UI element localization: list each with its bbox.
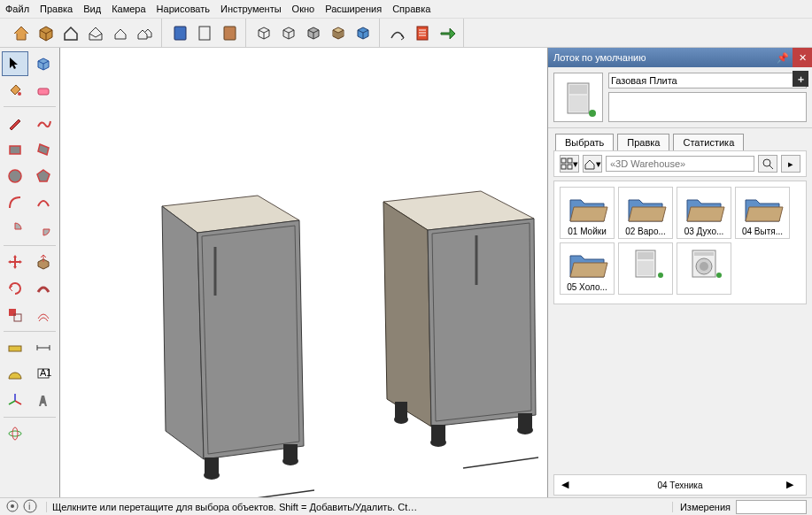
menu-tools[interactable]: Инструменты	[220, 4, 282, 14]
expand-icon[interactable]: ＋	[793, 71, 808, 87]
svg-line-46	[769, 165, 773, 169]
circle-tool[interactable]	[2, 164, 28, 188]
svg-text:A1: A1	[40, 367, 51, 378]
box-gold-icon[interactable]	[35, 22, 57, 43]
protractor-tool[interactable]	[2, 362, 28, 387]
3d-viewport[interactable]: ➤	[60, 48, 548, 497]
home-icon[interactable]: ▾	[583, 155, 602, 173]
menu-file[interactable]: Файл	[5, 4, 29, 14]
svg-point-7	[18, 92, 21, 96]
curve-arrow-icon[interactable]	[387, 22, 408, 43]
cube-light-icon[interactable]	[278, 22, 299, 43]
cube-blue-icon[interactable]	[352, 22, 374, 43]
dimension-tool[interactable]	[30, 335, 57, 360]
svg-rect-54	[694, 252, 714, 256]
folder-icon	[562, 189, 612, 227]
component-desc-input[interactable]	[608, 92, 807, 122]
folder-label: 04 Вытя...	[737, 227, 788, 236]
move-tool[interactable]	[2, 250, 28, 274]
menu-help[interactable]: Справка	[392, 4, 430, 14]
search-input[interactable]	[606, 156, 754, 172]
book-blue-icon[interactable]	[169, 22, 190, 43]
pencil-tool[interactable]	[2, 111, 28, 135]
folder-item[interactable]: 03 Духо...	[677, 187, 731, 239]
folder-item[interactable]: 05 Холо...	[560, 242, 615, 295]
3dtext-tool[interactable]	[30, 388, 57, 413]
rotated-rect-tool[interactable]	[30, 137, 57, 162]
folder-item[interactable]	[677, 242, 731, 295]
details-icon[interactable]: ▸	[781, 155, 800, 173]
pie-tool[interactable]	[2, 217, 28, 242]
rectangle-tool[interactable]	[2, 137, 28, 162]
house-roof-icon[interactable]	[11, 22, 32, 43]
axes-tool[interactable]	[2, 388, 28, 413]
svg-rect-43	[561, 165, 566, 169]
select-tool[interactable]	[2, 51, 28, 76]
search-icon[interactable]	[758, 155, 777, 173]
text-tool[interactable]: A1	[30, 362, 57, 387]
house-open-icon[interactable]	[85, 22, 106, 43]
view-mode-icon[interactable]: ▾	[560, 155, 579, 173]
folder-label: 03 Духо...	[678, 227, 730, 236]
folder-icon	[738, 189, 787, 227]
tab-edit[interactable]: Правка	[617, 134, 669, 150]
pie2-tool[interactable]	[30, 217, 57, 242]
arc-tool[interactable]	[2, 190, 28, 215]
scale-tool[interactable]	[2, 303, 28, 327]
folder-item[interactable]: 01 Мойки	[560, 187, 615, 239]
component-thumbnail[interactable]	[553, 73, 603, 122]
folder-nav: ◀ 04 Техника ▶	[553, 474, 807, 496]
folder-item[interactable]: 02 Варо...	[618, 187, 673, 239]
folder-label: 02 Варо...	[620, 227, 671, 236]
tool-palette: A1	[0, 48, 60, 497]
cube-med-icon[interactable]	[303, 22, 324, 43]
menu-extensions[interactable]: Расширения	[325, 4, 382, 14]
eraser-tool[interactable]	[30, 78, 57, 103]
paint-bucket-tool[interactable]	[2, 78, 28, 103]
arc2-tool[interactable]	[30, 190, 57, 215]
measure-label: Измерения	[672, 502, 731, 512]
pushpull-tool[interactable]	[30, 250, 57, 274]
orbit-tool[interactable]	[2, 421, 28, 446]
nav-next-icon[interactable]: ▶	[786, 479, 799, 491]
red-page-icon[interactable]	[412, 22, 433, 43]
cube-outline-icon[interactable]	[253, 22, 275, 43]
info-icon[interactable]: i	[23, 499, 37, 515]
house-outline-icon[interactable]	[60, 22, 81, 43]
pin-icon[interactable]: 📌	[773, 48, 793, 67]
followme-tool[interactable]	[30, 276, 57, 301]
folder-item[interactable]	[618, 242, 673, 295]
geolocation-icon[interactable]	[5, 499, 19, 515]
house-pair-icon[interactable]	[135, 22, 156, 43]
menu-camera[interactable]: Камера	[112, 4, 145, 14]
offset-tool[interactable]	[30, 303, 57, 327]
page-icon[interactable]	[194, 22, 215, 43]
svg-rect-39	[569, 96, 587, 111]
menu-draw[interactable]: Нарисовать	[157, 4, 210, 14]
close-icon[interactable]: ✕	[793, 48, 812, 67]
house-small-icon[interactable]	[110, 22, 131, 43]
polygon-tool[interactable]	[30, 164, 57, 188]
svg-rect-1	[199, 27, 210, 40]
folder-item[interactable]: 04 Вытя...	[735, 187, 790, 239]
svg-rect-49	[638, 261, 653, 275]
component-name-input[interactable]	[608, 73, 807, 88]
measure-field[interactable]	[736, 500, 807, 514]
cube-tool[interactable]	[30, 51, 57, 76]
tab-stats[interactable]: Статистика	[673, 134, 744, 150]
nav-prev-icon[interactable]: ◀	[561, 479, 574, 491]
green-arrow-icon[interactable]	[437, 22, 458, 43]
menu-edit[interactable]: Правка	[40, 4, 73, 14]
freehand-tool[interactable]	[30, 111, 57, 135]
menu-window[interactable]: Окно	[292, 4, 315, 14]
svg-rect-12	[9, 346, 21, 351]
menu-view[interactable]: Вид	[83, 4, 101, 14]
book-brown-icon[interactable]	[219, 22, 240, 43]
rotate-tool[interactable]	[2, 276, 28, 301]
cube-stripes-icon[interactable]	[328, 22, 349, 43]
tray-header: Лоток по умолчанию 📌 ✕	[548, 48, 812, 67]
tab-select[interactable]: Выбрать	[555, 134, 614, 150]
svg-rect-35	[395, 402, 407, 419]
tape-tool[interactable]	[2, 335, 28, 360]
svg-line-20	[9, 401, 15, 404]
